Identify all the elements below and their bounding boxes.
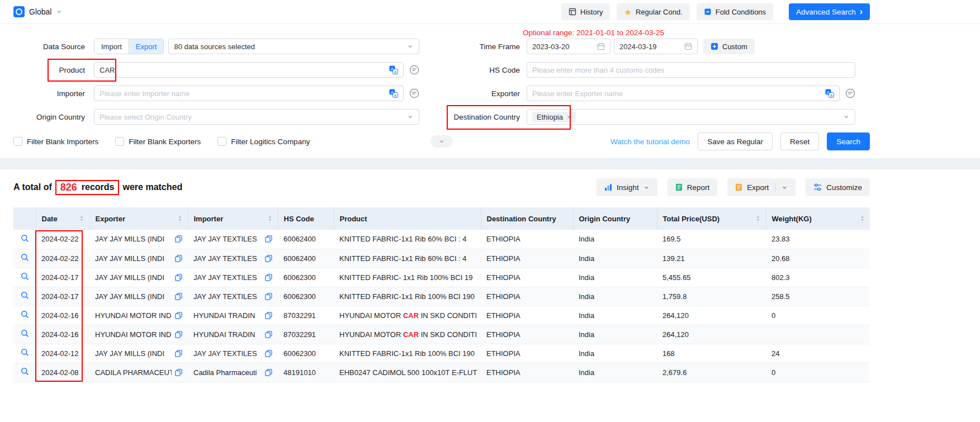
checkbox-icon[interactable] [13, 137, 22, 146]
copy-icon[interactable] [175, 274, 182, 281]
importer-field[interactable]: Aa [94, 86, 404, 101]
importer-input[interactable] [100, 89, 386, 98]
date-to-input[interactable] [619, 42, 684, 51]
row-search-icon[interactable] [21, 367, 29, 376]
product-input[interactable] [100, 66, 386, 74]
search-button[interactable]: Search [827, 132, 870, 150]
sort-icon[interactable]: ▲▼ [860, 215, 864, 222]
copy-icon[interactable] [265, 369, 272, 376]
filter-blank-exporters-checkbox[interactable]: Filter Blank Exporters [115, 137, 201, 146]
copy-icon[interactable] [175, 331, 182, 338]
copy-icon[interactable] [175, 312, 182, 319]
product-field[interactable]: Aa [94, 62, 404, 78]
checkbox-icon[interactable] [115, 137, 124, 146]
row-search-icon[interactable] [21, 253, 29, 262]
column-header-date[interactable]: Date▲▼ [36, 207, 89, 230]
region-selector-label[interactable]: Global [29, 7, 51, 16]
sort-icon[interactable]: ▲▼ [178, 215, 182, 222]
chevron-down-icon[interactable] [56, 8, 63, 15]
destination-country-select[interactable]: Ethiopia × [527, 109, 855, 125]
hs-code-field[interactable] [527, 62, 855, 78]
history-button[interactable]: History [561, 3, 610, 20]
row-exporter[interactable]: HYUNDAI MOTOR IND [95, 330, 172, 339]
copy-icon[interactable] [265, 293, 272, 300]
sort-icon[interactable]: ▲▼ [80, 215, 84, 222]
save-as-regular-button[interactable]: Save as Regular [698, 132, 773, 150]
date-from-input[interactable] [532, 42, 597, 51]
data-source-select[interactable]: 80 data sources selected [168, 39, 419, 54]
column-header-importer[interactable]: Importer▲▼ [188, 207, 278, 230]
row-search-icon[interactable] [21, 348, 29, 357]
copy-icon[interactable] [175, 293, 182, 300]
column-header-weight-kg-[interactable]: Weight(KG)▲▼ [766, 207, 870, 230]
custom-range-button[interactable]: Custom [703, 39, 755, 54]
row-exporter[interactable]: JAY JAY MILLS (INDI [95, 273, 172, 282]
row-exporter[interactable]: CADILA PHARMACEUT [95, 368, 172, 377]
column-header-total-price-usd-[interactable]: Total Price(USD)▲▼ [657, 207, 766, 230]
row-importer[interactable]: JAY JAY TEXTILES [193, 235, 262, 243]
import-toggle[interactable]: Import [94, 39, 129, 54]
row-importer[interactable]: JAY JAY TEXTILES [193, 349, 262, 358]
collapse-conditions-button[interactable] [430, 135, 453, 148]
checkbox-icon[interactable] [217, 137, 226, 146]
copy-icon[interactable] [175, 369, 182, 376]
copy-icon[interactable] [175, 255, 182, 262]
customize-button[interactable]: Customize [806, 178, 870, 196]
tutorial-link[interactable]: Watch the tutorial demo [610, 137, 690, 146]
filter-logistics-company-checkbox[interactable]: Filter Logitics Company [217, 137, 310, 146]
date-from-field[interactable] [527, 39, 610, 54]
sort-icon[interactable]: ▲▼ [268, 215, 272, 222]
insight-button[interactable]: Insight [596, 178, 657, 196]
row-importer[interactable]: Cadila Pharmaceuti [193, 368, 262, 377]
date-to-field[interactable] [614, 39, 698, 54]
regular-cond-button[interactable]: ★ Regular Cond. [617, 3, 689, 20]
row-importer[interactable]: HYUNDAI TRADIN [193, 311, 262, 320]
filter-blank-importers-label: Filter Blank Importers [27, 137, 98, 146]
row-importer[interactable]: JAY JAY TEXTILES [193, 273, 262, 282]
copy-icon[interactable] [175, 235, 182, 243]
row-search-icon[interactable] [21, 272, 29, 281]
copy-icon[interactable] [265, 312, 272, 319]
row-importer[interactable]: JAY JAY TEXTILES [193, 292, 262, 301]
row-exporter[interactable]: JAY JAY MILLS (INDI [95, 349, 172, 358]
column-header-exporter[interactable]: Exporter▲▼ [89, 207, 188, 230]
export-button[interactable]: Export [727, 178, 796, 196]
row-exporter[interactable]: HYUNDAI MOTOR IND [95, 311, 172, 320]
hs-code-input[interactable] [532, 66, 850, 74]
row-exporter[interactable]: JAY JAY MILLS (INDI [95, 292, 172, 301]
copy-icon[interactable] [265, 331, 272, 338]
translate-icon[interactable]: Aa [825, 89, 834, 98]
customize-label: Customize [826, 183, 862, 192]
exclude-icon[interactable] [409, 65, 419, 75]
copy-icon[interactable] [175, 350, 182, 357]
copy-icon[interactable] [265, 255, 272, 262]
advanced-search-button[interactable]: Advanced Search › [789, 3, 870, 20]
copy-icon[interactable] [265, 235, 272, 243]
tag-close-icon[interactable]: × [567, 113, 571, 121]
copy-icon[interactable] [265, 350, 272, 357]
sort-icon[interactable]: ▲▼ [756, 215, 760, 222]
chevron-down-icon[interactable] [782, 184, 788, 191]
reset-button[interactable]: Reset [780, 132, 819, 150]
origin-country-select[interactable]: Please select Origin Country [94, 109, 419, 125]
fold-conditions-button[interactable]: Fold Conditions [697, 3, 773, 20]
translate-icon[interactable]: Aa [389, 65, 398, 74]
keyword-highlight: CAR [403, 311, 419, 320]
filter-blank-importers-checkbox[interactable]: Filter Blank Importers [13, 137, 98, 146]
exclude-icon[interactable] [845, 88, 855, 98]
report-button[interactable]: Report [667, 178, 718, 196]
exclude-icon[interactable] [409, 88, 419, 98]
exporter-field[interactable]: Aa [527, 86, 840, 101]
row-search-icon[interactable] [21, 329, 29, 338]
row-search-icon[interactable] [21, 234, 29, 243]
export-toggle[interactable]: Export [129, 39, 164, 54]
row-exporter[interactable]: JAY JAY MILLS (INDI [95, 254, 172, 263]
row-search-icon[interactable] [21, 310, 29, 319]
row-search-icon[interactable] [21, 291, 29, 300]
translate-icon[interactable]: Aa [389, 89, 398, 98]
row-importer[interactable]: HYUNDAI TRADIN [193, 330, 262, 339]
exporter-input[interactable] [532, 89, 822, 98]
row-importer[interactable]: JAY JAY TEXTILES [193, 254, 262, 263]
copy-icon[interactable] [265, 274, 272, 281]
row-exporter[interactable]: JAY JAY MILLS (INDI [95, 235, 172, 243]
